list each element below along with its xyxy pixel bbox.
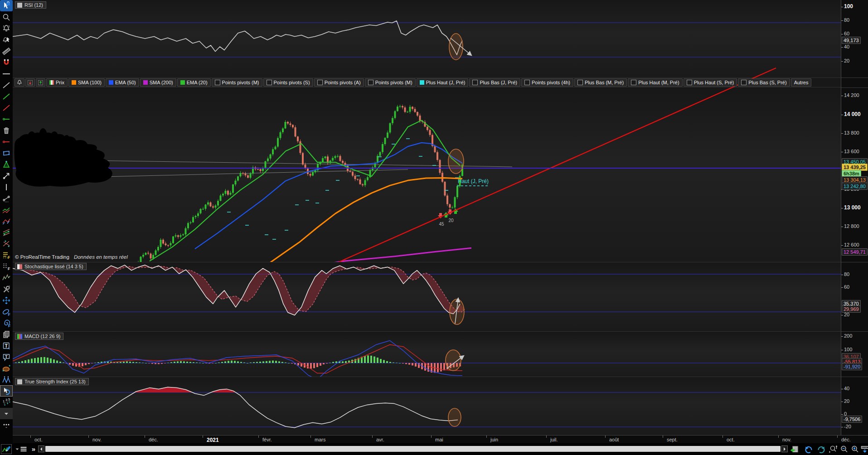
rsi-chip-icon [17, 3, 22, 8]
bottom-bar: » [0, 443, 868, 455]
pointer-lock-tool[interactable] [0, 0, 13, 11]
feed-status-text: Données en temps réel [74, 254, 128, 260]
rectangle-tool[interactable] [0, 147, 13, 159]
undo-button[interactable] [803, 444, 814, 454]
menu-button[interactable] [18, 444, 29, 454]
value-axis[interactable]: 1008060402049,17314 20014 00013 80013 60… [841, 0, 868, 435]
more-tools[interactable] [0, 419, 13, 431]
checkbox-icon [472, 80, 478, 85]
arrow-down-red-button[interactable] [25, 78, 35, 87]
horizontal-scrollbar[interactable] [45, 446, 781, 452]
alarm-bell-small-button[interactable] [15, 78, 24, 87]
axis-tick: 40 [841, 44, 849, 49]
fibonacci-spiral-tool[interactable]: F [0, 317, 13, 329]
legend-item-plus-haut-s-pr-[interactable]: Plus Haut (S, Pré) [684, 78, 737, 87]
legend-item-points-pivots-s-[interactable]: Points pivots (S) [263, 78, 313, 87]
undo-cursor-tool[interactable] [0, 385, 13, 397]
fibonacci-ellipse-tool-icon: F [2, 307, 11, 316]
legend-item-plus-bas-j-pr-[interactable]: Plus Bas (J, Pré) [469, 78, 520, 87]
legend-item-label: EMA (50) [115, 80, 136, 85]
arrow-up-green-button[interactable] [36, 78, 45, 87]
legend-item-points-pivots-m-[interactable]: Points pivots (M) [365, 78, 416, 87]
move-tool[interactable] [0, 295, 13, 306]
scribble-annotation [15, 128, 112, 187]
ruler-tool[interactable] [0, 45, 13, 57]
horizontal-segment-red-tool[interactable] [0, 136, 13, 147]
expand-caret[interactable] [0, 408, 13, 419]
time-axis[interactable]: oct.nov.déc.2021févr.marsavr.maijuinjuil… [0, 435, 868, 443]
horizontal-segment-green-tool[interactable] [0, 113, 13, 125]
legend-item-sma-100-[interactable]: SMA (100) [68, 78, 105, 87]
channel-tool[interactable] [0, 204, 13, 215]
alarm-edit-tool[interactable] [0, 34, 13, 45]
vertical-segment-tool[interactable] [0, 181, 13, 193]
legend-item-points-pivots-4h-[interactable]: Points pivots (4h) [521, 78, 573, 87]
fibonacci-ellipse-tool[interactable]: F [0, 306, 13, 317]
ellipse-draw-tool[interactable] [0, 363, 13, 374]
callout-tool[interactable]: T [0, 351, 13, 363]
trendline-layer [339, 68, 776, 262]
horizontal-segment-red-tool-icon [2, 137, 11, 146]
chevrons-icon: » [32, 445, 35, 454]
calendar-export-button-icon [790, 445, 799, 454]
horizontal-line-tool[interactable] [0, 68, 13, 79]
legend-item-plus-haut-m-pr-[interactable]: Plus Haut (M, Pré) [628, 78, 682, 87]
scroll-left-button[interactable] [38, 445, 44, 452]
elliott-wave-tool[interactable] [0, 272, 13, 283]
legend-item-plus-bas-m-pr-[interactable]: Plus Bas (M, Pré) [574, 78, 627, 87]
zoom-out-button-icon [839, 445, 849, 454]
crossed-lines-tool[interactable] [0, 238, 13, 249]
rsi-label[interactable]: RSI (12) [15, 1, 46, 9]
legend-item-label: Autres [794, 80, 809, 85]
trend-line-red-tool[interactable] [0, 102, 13, 113]
trend-line-green-tool[interactable] [0, 91, 13, 102]
zigzag-channel-tool-icon [2, 217, 11, 226]
expand-chevrons[interactable]: » [28, 444, 39, 454]
legend-item-ema-50-[interactable]: EMA (50) [106, 78, 139, 87]
legend-item-prix[interactable]: Prix [46, 78, 68, 87]
alarm-edit-tool-icon [2, 35, 11, 44]
macd-label[interactable]: MACD (12 26 9) [15, 333, 63, 340]
tools-settings[interactable] [0, 283, 13, 295]
zoom-in-button[interactable] [849, 444, 860, 454]
copy-tool[interactable] [0, 329, 13, 340]
text-tool[interactable]: T [0, 340, 13, 351]
legend-item-points-pivots-a-[interactable]: Points pivots (A) [314, 78, 364, 87]
trend-line-tool[interactable] [0, 79, 13, 91]
legend-item-sma-200-[interactable]: SMA (200) [140, 78, 176, 87]
tsi-label-text: True Strength Index (25 13) [24, 379, 86, 384]
pattern-peaks-tool[interactable] [0, 374, 13, 385]
rsi-plot [13, 21, 841, 57]
alarm-bell-tool[interactable] [0, 23, 13, 34]
magnet-tool[interactable] [0, 57, 13, 68]
legend-item-autres[interactable]: Autres [791, 78, 812, 87]
svg-text:1: 1 [3, 399, 5, 403]
draw-pencil-button[interactable] [1, 444, 12, 454]
zigzag-channel-tool[interactable] [0, 215, 13, 227]
segment-tool[interactable] [0, 193, 13, 204]
numbered-waves-tool[interactable]: 135 [0, 397, 13, 408]
zoom-drag-button[interactable] [828, 444, 839, 454]
fibonacci-retracement-tool[interactable]: F [0, 249, 13, 261]
svg-text:F: F [8, 255, 10, 260]
redo-button[interactable] [816, 444, 827, 454]
timeline-collapse-button[interactable] [859, 444, 868, 454]
zoom-tool[interactable] [0, 11, 13, 23]
scroll-right-button[interactable] [781, 445, 788, 452]
trash-tool[interactable] [0, 125, 13, 136]
legend-item-ema-20-[interactable]: EMA (20) [177, 78, 211, 87]
tsi-label[interactable]: True Strength Index (25 13) [15, 378, 89, 385]
axis-tick: 100 [841, 3, 853, 10]
svg-text:45: 45 [439, 222, 444, 227]
channel-crosses-tool[interactable] [0, 227, 13, 238]
triangle-tool[interactable] [0, 159, 13, 170]
legend-item-plus-bas-s-pr-[interactable]: Plus Bas (S, Pré) [738, 78, 790, 87]
calendar-export-button[interactable] [789, 444, 800, 454]
legend-item-points-pivots-m-[interactable]: Points pivots (M) [212, 78, 262, 87]
zoom-out-button[interactable] [839, 444, 849, 454]
stochastic-label[interactable]: Stochastique lissé (14 3 5) [15, 263, 87, 270]
legend-item-plus-haut-j-pr-[interactable]: Plus Haut (J, Pré) [417, 78, 469, 87]
fibonacci-levels-tool[interactable]: F [0, 261, 13, 272]
axis-tick: 80 [841, 271, 849, 277]
arrow-line-tool[interactable] [0, 170, 13, 181]
